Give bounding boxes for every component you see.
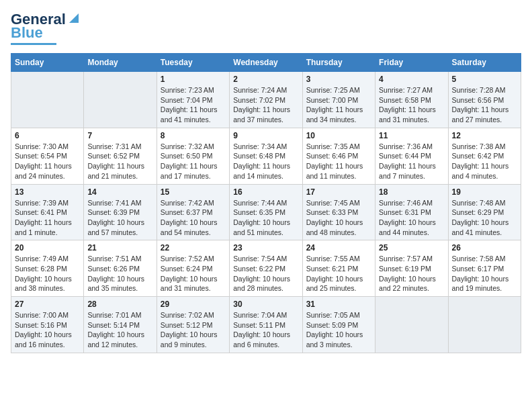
day-number: 21 — [87, 243, 152, 253]
day-info: Sunrise: 7:05 AMSunset: 5:09 PMDaylight:… — [306, 310, 371, 350]
day-info: Sunrise: 7:32 AMSunset: 6:50 PMDaylight:… — [161, 142, 226, 181]
calendar-week-row: 13Sunrise: 7:39 AMSunset: 6:41 PMDayligh… — [11, 184, 521, 240]
calendar-cell: 9Sunrise: 7:34 AMSunset: 6:48 PMDaylight… — [230, 128, 302, 184]
day-info: Sunrise: 7:36 AMSunset: 6:44 PMDaylight:… — [379, 142, 444, 181]
day-info: Sunrise: 7:31 AMSunset: 6:52 PMDaylight:… — [87, 142, 152, 181]
day-info: Sunrise: 7:34 AMSunset: 6:48 PMDaylight:… — [233, 142, 298, 181]
day-info: Sunrise: 7:48 AMSunset: 6:29 PMDaylight:… — [452, 198, 517, 238]
day-number: 6 — [15, 131, 80, 140]
day-info: Sunrise: 7:57 AMSunset: 6:19 PMDaylight:… — [379, 254, 444, 293]
day-number: 26 — [452, 243, 517, 253]
calendar-cell: 11Sunrise: 7:36 AMSunset: 6:44 PMDayligh… — [375, 128, 448, 184]
day-number: 16 — [233, 187, 298, 197]
day-info: Sunrise: 7:45 AMSunset: 6:33 PMDaylight:… — [306, 198, 371, 238]
day-number: 8 — [161, 131, 226, 140]
day-number: 22 — [161, 243, 226, 253]
calendar-cell: 21Sunrise: 7:51 AMSunset: 6:26 PMDayligh… — [84, 240, 157, 297]
day-info: Sunrise: 7:01 AMSunset: 5:14 PMDaylight:… — [87, 310, 152, 350]
calendar-cell: 6Sunrise: 7:30 AMSunset: 6:54 PMDaylight… — [11, 128, 84, 184]
calendar-cell: 3Sunrise: 7:25 AMSunset: 7:00 PMDaylight… — [302, 72, 375, 128]
day-info: Sunrise: 7:23 AMSunset: 7:04 PMDaylight:… — [161, 85, 226, 125]
calendar-cell: 2Sunrise: 7:24 AMSunset: 7:02 PMDaylight… — [230, 72, 302, 128]
calendar-table: SundayMondayTuesdayWednesdayThursdayFrid… — [11, 53, 521, 353]
day-info: Sunrise: 7:38 AMSunset: 6:42 PMDaylight:… — [452, 142, 517, 181]
day-info: Sunrise: 7:54 AMSunset: 6:22 PMDaylight:… — [233, 254, 298, 293]
calendar-week-row: 27Sunrise: 7:00 AMSunset: 5:16 PMDayligh… — [11, 297, 521, 353]
day-number: 19 — [452, 187, 517, 197]
calendar-cell: 15Sunrise: 7:42 AMSunset: 6:37 PMDayligh… — [157, 184, 229, 240]
logo-blue: Blue — [11, 24, 43, 42]
calendar-cell — [84, 72, 157, 128]
day-info: Sunrise: 7:42 AMSunset: 6:37 PMDaylight:… — [161, 198, 226, 238]
day-number: 3 — [306, 75, 371, 84]
calendar-cell: 30Sunrise: 7:04 AMSunset: 5:11 PMDayligh… — [230, 297, 302, 353]
calendar-cell: 28Sunrise: 7:01 AMSunset: 5:14 PMDayligh… — [84, 297, 157, 353]
calendar-cell: 18Sunrise: 7:46 AMSunset: 6:31 PMDayligh… — [375, 184, 448, 240]
calendar-cell: 20Sunrise: 7:49 AMSunset: 6:28 PMDayligh… — [11, 240, 84, 297]
weekday-header-monday: Monday — [84, 54, 157, 72]
day-info: Sunrise: 7:44 AMSunset: 6:35 PMDaylight:… — [233, 198, 298, 238]
day-number: 7 — [87, 131, 152, 140]
day-info: Sunrise: 7:52 AMSunset: 6:24 PMDaylight:… — [161, 254, 226, 293]
day-number: 17 — [306, 187, 371, 197]
calendar-cell: 26Sunrise: 7:58 AMSunset: 6:17 PMDayligh… — [448, 240, 521, 297]
calendar-week-row: 20Sunrise: 7:49 AMSunset: 6:28 PMDayligh… — [11, 240, 521, 297]
day-number: 27 — [15, 300, 80, 309]
day-number: 9 — [233, 131, 298, 140]
day-number: 29 — [161, 300, 226, 309]
day-number: 13 — [15, 187, 80, 197]
day-info: Sunrise: 7:00 AMSunset: 5:16 PMDaylight:… — [15, 310, 80, 350]
day-info: Sunrise: 7:39 AMSunset: 6:41 PMDaylight:… — [15, 198, 80, 238]
calendar-cell: 19Sunrise: 7:48 AMSunset: 6:29 PMDayligh… — [448, 184, 521, 240]
weekday-header-saturday: Saturday — [448, 54, 521, 72]
day-info: Sunrise: 7:24 AMSunset: 7:02 PMDaylight:… — [233, 85, 298, 125]
calendar-cell: 12Sunrise: 7:38 AMSunset: 6:42 PMDayligh… — [448, 128, 521, 184]
calendar-cell — [375, 297, 448, 353]
day-info: Sunrise: 7:49 AMSunset: 6:28 PMDaylight:… — [15, 254, 80, 293]
day-number: 23 — [233, 243, 298, 253]
calendar-cell: 7Sunrise: 7:31 AMSunset: 6:52 PMDaylight… — [84, 128, 157, 184]
calendar-cell: 10Sunrise: 7:35 AMSunset: 6:46 PMDayligh… — [302, 128, 375, 184]
day-number: 25 — [379, 243, 444, 253]
calendar-week-row: 6Sunrise: 7:30 AMSunset: 6:54 PMDaylight… — [11, 128, 521, 184]
day-number: 24 — [306, 243, 371, 253]
day-info: Sunrise: 7:25 AMSunset: 7:00 PMDaylight:… — [306, 85, 371, 125]
calendar-cell: 8Sunrise: 7:32 AMSunset: 6:50 PMDaylight… — [157, 128, 229, 184]
calendar-header-row: SundayMondayTuesdayWednesdayThursdayFrid… — [11, 54, 521, 72]
day-info: Sunrise: 7:55 AMSunset: 6:21 PMDaylight:… — [306, 254, 371, 293]
page-header: General Blue — [11, 11, 521, 45]
calendar-cell: 24Sunrise: 7:55 AMSunset: 6:21 PMDayligh… — [302, 240, 375, 297]
day-number: 11 — [379, 131, 444, 140]
day-number: 5 — [452, 75, 517, 84]
calendar-cell — [11, 72, 84, 128]
logo-underline — [11, 43, 56, 45]
day-number: 31 — [306, 300, 371, 309]
day-info: Sunrise: 7:51 AMSunset: 6:26 PMDaylight:… — [87, 254, 152, 293]
calendar-cell: 13Sunrise: 7:39 AMSunset: 6:41 PMDayligh… — [11, 184, 84, 240]
calendar-cell: 5Sunrise: 7:28 AMSunset: 6:56 PMDaylight… — [448, 72, 521, 128]
day-info: Sunrise: 7:46 AMSunset: 6:31 PMDaylight:… — [379, 198, 444, 238]
calendar-cell: 1Sunrise: 7:23 AMSunset: 7:04 PMDaylight… — [157, 72, 229, 128]
calendar-cell: 27Sunrise: 7:00 AMSunset: 5:16 PMDayligh… — [11, 297, 84, 353]
day-number: 12 — [452, 131, 517, 140]
day-number: 18 — [379, 187, 444, 197]
calendar-cell: 29Sunrise: 7:02 AMSunset: 5:12 PMDayligh… — [157, 297, 229, 353]
weekday-header-tuesday: Tuesday — [157, 54, 229, 72]
day-info: Sunrise: 7:30 AMSunset: 6:54 PMDaylight:… — [15, 142, 80, 181]
calendar-cell: 22Sunrise: 7:52 AMSunset: 6:24 PMDayligh… — [157, 240, 229, 297]
day-info: Sunrise: 7:02 AMSunset: 5:12 PMDaylight:… — [161, 310, 226, 350]
day-info: Sunrise: 7:04 AMSunset: 5:11 PMDaylight:… — [233, 310, 298, 350]
day-number: 15 — [161, 187, 226, 197]
weekday-header-thursday: Thursday — [302, 54, 375, 72]
day-info: Sunrise: 7:35 AMSunset: 6:46 PMDaylight:… — [306, 142, 371, 181]
day-number: 28 — [87, 300, 152, 309]
day-info: Sunrise: 7:27 AMSunset: 6:58 PMDaylight:… — [379, 85, 444, 125]
calendar-cell — [448, 297, 521, 353]
calendar-cell: 14Sunrise: 7:41 AMSunset: 6:39 PMDayligh… — [84, 184, 157, 240]
day-number: 4 — [379, 75, 444, 84]
weekday-header-friday: Friday — [375, 54, 448, 72]
calendar-cell: 23Sunrise: 7:54 AMSunset: 6:22 PMDayligh… — [230, 240, 302, 297]
calendar-week-row: 1Sunrise: 7:23 AMSunset: 7:04 PMDaylight… — [11, 72, 521, 128]
calendar-cell: 25Sunrise: 7:57 AMSunset: 6:19 PMDayligh… — [375, 240, 448, 297]
calendar-cell: 17Sunrise: 7:45 AMSunset: 6:33 PMDayligh… — [302, 184, 375, 240]
